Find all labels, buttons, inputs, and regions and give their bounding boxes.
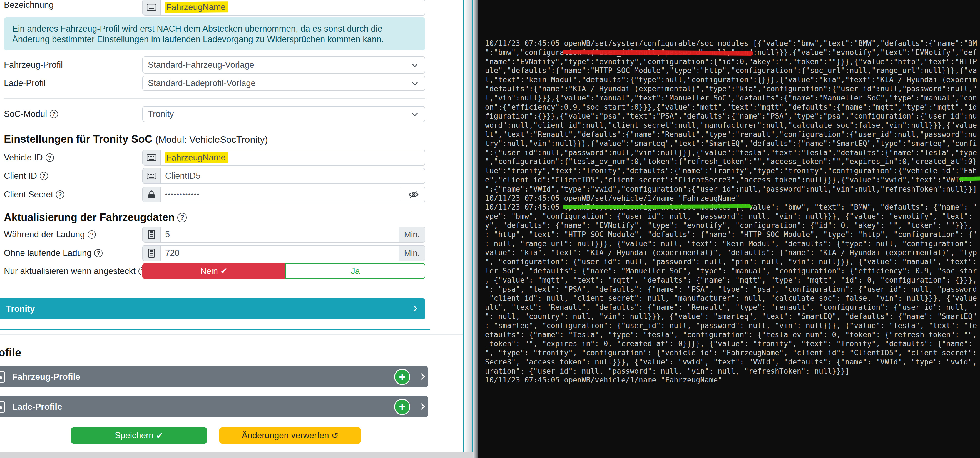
discard-changes-button[interactable]: Änderungen verwerfen ↺ (219, 428, 361, 444)
soc-modul-label: SoC-Modul ? (4, 106, 58, 122)
bezeichnung-label: Bezeichnung (4, 0, 54, 10)
keyboard-icon (143, 168, 161, 184)
vehicle-file-icon (0, 371, 5, 383)
soc-modul-select[interactable]: Tronity (142, 106, 425, 122)
fahrzeug-profil-select[interactable]: Standard-Fahrzeug-Vorlage (142, 56, 425, 74)
save-button[interactable]: Speichern ✔ (71, 428, 207, 444)
waehrend-ladung-label: Während der Ladung ? (4, 227, 96, 242)
window-edge-shadow (473, 0, 478, 458)
profiles-heading-partial: ofile (0, 346, 21, 359)
help-icon[interactable]: ? (94, 249, 103, 257)
profile-change-info: Ein anderes Fahrzeug-Profil wird erst NA… (4, 17, 425, 50)
soc-modul-value: Tronity (148, 109, 174, 119)
chevron-down-icon (412, 61, 418, 67)
bezeichnung-value[interactable]: FahrzeugName (165, 2, 229, 13)
client-secret-label: Client Secret ? (4, 187, 64, 202)
client-secret-value[interactable]: •••••••••••• (161, 187, 402, 202)
vehicle-settings-panel: Bezeichnung FahrzeugName Ein anderes Fah… (0, 0, 478, 458)
fahrzeug-profil-label: Fahrzeug-Profil (4, 56, 63, 74)
vehicle-id-input[interactable]: FahrzeugName (142, 150, 425, 166)
tronity-section-bar[interactable]: Tronity (0, 298, 425, 320)
client-secret-input[interactable]: •••••••••••• (142, 187, 425, 202)
help-icon[interactable]: ? (56, 190, 64, 199)
fahrzeug-profil-value: Standard-Fahrzeug-Vorlage (148, 60, 254, 70)
calculator-icon (143, 246, 161, 261)
lade-profil-value: Standard-Ladeprofil-Vorlage (148, 78, 256, 88)
help-icon[interactable]: ? (40, 172, 48, 180)
help-icon[interactable]: ? (46, 154, 54, 162)
calculator-icon (143, 227, 161, 242)
vehicle-id-label: Vehicle ID ? (4, 150, 54, 166)
chevron-right-icon (418, 403, 425, 410)
client-id-input[interactable]: ClientID5 (142, 168, 425, 184)
chevron-down-icon (412, 110, 418, 116)
add-fahrzeug-profil-button[interactable]: + (394, 369, 410, 385)
client-id-value[interactable]: ClientID5 (161, 168, 425, 184)
mqtt-log-terminal[interactable]: 10/11/23 07:45:05 openWB/set/system/conf… (478, 0, 980, 458)
undo-icon: ↺ (331, 431, 339, 441)
lade-profil-select[interactable]: Standard-Ladeprofil-Vorlage (142, 76, 425, 91)
check-icon: ✔ (156, 431, 163, 441)
waehrend-ladung-input[interactable]: 5 Min. (142, 227, 425, 242)
check-icon: ✔ (220, 266, 228, 276)
add-lade-profil-button[interactable]: + (394, 399, 410, 415)
green-underline-annotation (959, 176, 980, 181)
green-underline-annotation (563, 204, 751, 209)
help-icon[interactable]: ? (177, 213, 187, 222)
tronity-settings-heading: Einstellungen für Tronity SoC (Modul: Ve… (4, 133, 268, 145)
scrollbar-gutter[interactable] (464, 0, 472, 452)
keyboard-icon (143, 0, 161, 15)
help-icon[interactable]: ? (88, 230, 96, 239)
unit-suffix: Min. (399, 246, 425, 261)
ohne-ladung-input[interactable]: 720 Min. (142, 245, 425, 261)
bezeichnung-input[interactable]: FahrzeugName (142, 0, 425, 16)
fahrzeug-profile-bar[interactable]: Fahrzeug-Profile + (0, 366, 428, 388)
nur-angesteckt-no-button[interactable]: Nein ✔ (142, 263, 285, 279)
waehrend-ladung-value[interactable]: 5 (161, 227, 399, 242)
bottom-scrollbar-track[interactable] (0, 452, 478, 458)
card-border (0, 329, 430, 330)
screen: Bezeichnung FahrzeugName Ein anderes Fah… (0, 0, 980, 458)
client-id-label: Client ID ? (4, 168, 48, 184)
unit-suffix: Min. (399, 227, 425, 242)
vehicle-id-value[interactable]: FahrzeugName (165, 152, 229, 163)
toggle-password-visibility-button[interactable] (402, 187, 425, 202)
nur-angesteckt-label: Nur aktualisieren wenn angesteckt ? (4, 263, 147, 279)
ohne-ladung-label: Ohne laufende Ladung ? (4, 245, 103, 261)
lade-profil-label: Lade-Profil (4, 76, 46, 91)
chevron-right-icon (410, 305, 417, 312)
chevron-right-icon (418, 373, 425, 380)
divider (0, 334, 478, 335)
terminal-output: 10/11/23 07:45:05 openWB/set/system/conf… (485, 39, 980, 385)
help-icon[interactable]: ? (50, 110, 58, 118)
ohne-ladung-value[interactable]: 720 (161, 246, 399, 261)
lade-profile-bar[interactable]: Lade-Profile + (0, 396, 428, 417)
update-heading: Aktualisierung der Fahrzeugdaten ? (4, 211, 187, 223)
nur-angesteckt-yes-button[interactable]: Ja (285, 263, 425, 279)
keyboard-icon (143, 150, 161, 165)
charge-file-icon (0, 401, 5, 413)
eye-slash-icon (408, 190, 419, 199)
lock-icon (143, 187, 161, 202)
divider (4, 98, 425, 98)
chevron-down-icon (412, 79, 418, 85)
